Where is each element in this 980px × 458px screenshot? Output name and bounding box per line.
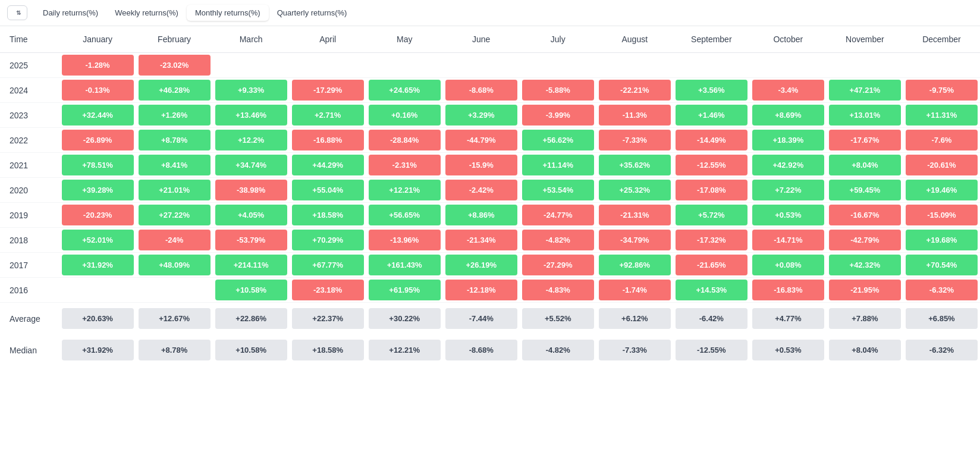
col-header-january: January <box>59 26 136 53</box>
cell-value: -16.67% <box>829 205 901 225</box>
year-cell: 2016 <box>0 278 59 303</box>
cell-value: +12.21% <box>369 180 441 200</box>
returns-table-wrapper: TimeJanuaryFebruaryMarchAprilMayJuneJuly… <box>0 26 980 366</box>
cell-value: -24% <box>139 230 211 250</box>
cell-2017-July: -27.29% <box>520 253 596 278</box>
cell-2025-May <box>366 53 443 78</box>
footer-cell-value: -4.82% <box>522 340 594 360</box>
cell-2021-October: +42.92% <box>750 153 827 178</box>
col-header-september: September <box>673 26 750 53</box>
cell-2024-June: -8.68% <box>443 78 520 103</box>
cell-value: +52.01% <box>62 230 134 250</box>
cell-2025-April <box>290 53 366 78</box>
cell-2019-July: -24.77% <box>520 203 596 228</box>
cell-2024-February: +46.28% <box>136 78 213 103</box>
cell-value: +19.46% <box>906 180 978 200</box>
cell-2023-August: -11.3% <box>596 103 673 128</box>
cell-2021-December: -20.61% <box>903 153 980 178</box>
cell-value: -53.79% <box>215 230 287 250</box>
cell-value: -15.9% <box>445 155 517 175</box>
footer-cell-average-July: +5.52% <box>520 303 596 335</box>
cell-2019-January: -20.23% <box>59 203 136 228</box>
cell-2023-October: +8.69% <box>750 103 827 128</box>
footer-cell-average-March: +22.86% <box>213 303 290 335</box>
cell-value: +25.32% <box>599 180 671 200</box>
footer-cell-value: +18.58% <box>292 340 364 360</box>
cell-2016-January <box>59 278 136 303</box>
tab-group: Daily returns(%)Weekly returns(%)Monthly… <box>34 5 355 21</box>
cell-2025-August <box>596 53 673 78</box>
cell-2023-June: +3.29% <box>443 103 520 128</box>
cell-value: +8.86% <box>445 205 517 225</box>
cell-value: +42.92% <box>752 155 824 175</box>
cell-2021-May: -2.31% <box>366 153 443 178</box>
cell-2018-October: -14.71% <box>750 228 827 253</box>
footer-cell-median-April: +18.58% <box>290 334 366 366</box>
cell-value: -9.75% <box>906 80 978 101</box>
cell-2016-June: -12.18% <box>443 278 520 303</box>
footer-cell-value: -6.32% <box>906 340 978 360</box>
cell-2024-May: +24.65% <box>366 78 443 103</box>
cell-2022-January: -26.89% <box>59 128 136 153</box>
cell-value: +14.53% <box>676 280 747 300</box>
cell-value: +11.14% <box>522 155 594 175</box>
footer-cell-median-February: +8.78% <box>136 334 213 366</box>
cell-2017-June: +26.19% <box>443 253 520 278</box>
cell-value: -14.49% <box>676 130 747 150</box>
footer-cell-value: +6.85% <box>906 308 978 329</box>
table-row: 2016+10.58%-23.18%+61.95%-12.18%-4.83%-1… <box>0 278 980 303</box>
cell-2018-June: -21.34% <box>443 228 520 253</box>
year-cell: 2024 <box>0 78 59 103</box>
table-row: 2023+32.44%+1.26%+13.46%+2.71%+0.16%+3.2… <box>0 103 980 128</box>
cell-value: -3.4% <box>752 80 824 101</box>
main-container: ⇅ Daily returns(%)Weekly returns(%)Month… <box>0 0 980 366</box>
cell-2016-July: -4.83% <box>520 278 596 303</box>
col-header-may: May <box>366 26 443 53</box>
footer-cell-median-October: +0.53% <box>750 334 827 366</box>
tab-daily[interactable]: Daily returns(%) <box>34 5 106 21</box>
year-cell: 2019 <box>0 203 59 228</box>
tab-monthly[interactable]: Monthly returns(%) <box>187 5 269 21</box>
year-cell: 2022 <box>0 128 59 153</box>
table-header: TimeJanuaryFebruaryMarchAprilMayJuneJuly… <box>0 26 980 53</box>
col-header-time: Time <box>0 26 59 53</box>
footer-cell-value: +4.77% <box>752 308 824 329</box>
cell-value: +55.04% <box>292 180 364 200</box>
cell-2022-July: +56.62% <box>520 128 596 153</box>
cell-2017-May: +161.43% <box>366 253 443 278</box>
cell-2025-January: -1.28% <box>59 53 136 78</box>
cell-value: +5.72% <box>676 205 747 225</box>
cell-value: +18.58% <box>292 205 364 225</box>
tab-quarterly[interactable]: Quarterly returns(%) <box>269 5 356 21</box>
footer-cell-value: -8.68% <box>445 340 517 360</box>
asset-selector[interactable]: ⇅ <box>7 5 27 20</box>
cell-2021-January: +78.51% <box>59 153 136 178</box>
cell-value: -17.67% <box>829 130 901 150</box>
cell-2020-June: -2.42% <box>443 178 520 203</box>
cell-2019-September: +5.72% <box>673 203 750 228</box>
cell-2024-November: +47.21% <box>827 78 903 103</box>
cell-2017-August: +92.86% <box>596 253 673 278</box>
footer-cell-average-February: +12.67% <box>136 303 213 335</box>
cell-value: -16.83% <box>752 280 824 300</box>
cell-value: -0.13% <box>62 80 134 101</box>
cell-value: -21.34% <box>445 230 517 250</box>
cell-value: -23.02% <box>139 55 211 76</box>
cell-value: +26.19% <box>445 255 517 275</box>
col-header-february: February <box>136 26 213 53</box>
tab-weekly[interactable]: Weekly returns(%) <box>106 5 187 21</box>
cell-value: +39.28% <box>62 180 134 200</box>
cell-2025-February: -23.02% <box>136 53 213 78</box>
cell-value: +46.28% <box>139 80 211 101</box>
toolbar: ⇅ Daily returns(%)Weekly returns(%)Month… <box>0 0 980 26</box>
cell-2021-September: -12.55% <box>673 153 750 178</box>
footer-cell-value: +10.58% <box>215 340 287 360</box>
cell-2019-March: +4.05% <box>213 203 290 228</box>
cell-value: -26.89% <box>62 130 134 150</box>
cell-2016-April: -23.18% <box>290 278 366 303</box>
cell-2016-November: -21.95% <box>827 278 903 303</box>
cell-2017-March: +214.11% <box>213 253 290 278</box>
col-header-december: December <box>903 26 980 53</box>
cell-value: +56.65% <box>369 205 441 225</box>
cell-2018-August: -34.79% <box>596 228 673 253</box>
